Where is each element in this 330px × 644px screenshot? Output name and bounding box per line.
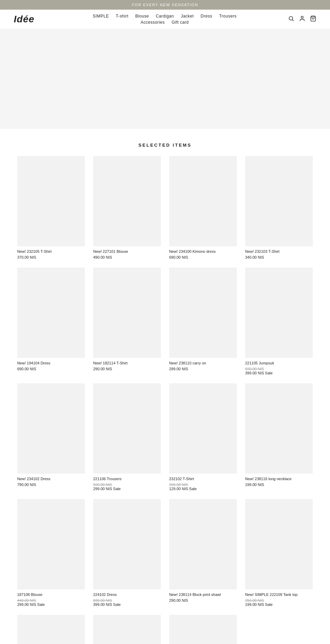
- hero-banner: [0, 29, 330, 129]
- product-name: New! 238110 carry on: [169, 361, 237, 366]
- nav-simple[interactable]: SIMPLE: [93, 14, 109, 19]
- header-actions: [288, 15, 316, 23]
- search-icon[interactable]: [288, 15, 294, 23]
- product-price: 370.00 NIS: [17, 255, 85, 259]
- nav-giftcard[interactable]: Gift card: [172, 20, 189, 25]
- original-price: 290.00 NIS: [169, 483, 188, 487]
- product-image: [17, 268, 85, 358]
- sale-price: 399.00 NIS Sale: [245, 371, 273, 375]
- nav-cardigan[interactable]: Cardigan: [156, 14, 174, 19]
- product-name: New! 234102 Dress: [17, 476, 85, 482]
- product-image: [93, 268, 161, 358]
- nav-blouse[interactable]: Blouse: [135, 14, 149, 19]
- logo[interactable]: Idée: [14, 14, 41, 25]
- product-name: New! 232105 T-Shirt: [17, 249, 85, 254]
- announcement-bar: FOR EVERY NEW SENSATION: [0, 0, 330, 10]
- product-card[interactable]: New! 194104 Dress690.00 NIS: [17, 268, 85, 375]
- product-card[interactable]: New! 238110 carry on299.00 NIS: [169, 268, 237, 375]
- product-card[interactable]: [169, 615, 237, 644]
- original-price: 440.00 NIS: [17, 598, 36, 602]
- product-price: 590.00 NIS299.00 NIS Sale: [93, 483, 161, 491]
- product-card[interactable]: New! 227101 Blouse490.00 NIS: [93, 156, 161, 259]
- sale-price: 399.00 NIS Sale: [93, 602, 121, 607]
- product-price: 690.00 NIS: [169, 255, 237, 259]
- product-price: 199.00 NIS: [245, 483, 313, 487]
- product-name: 221106 Trousers: [93, 476, 161, 482]
- account-icon[interactable]: [299, 15, 305, 23]
- product-image: [169, 615, 237, 644]
- product-card[interactable]: 187108 Blouse440.00 NIS299.00 NIS Sale: [17, 499, 85, 607]
- product-card[interactable]: [93, 615, 161, 644]
- product-image: [17, 383, 85, 474]
- product-image: [93, 156, 161, 246]
- nav-dress[interactable]: Dress: [201, 14, 212, 19]
- product-name: New! 238114 Block print shawl: [169, 592, 237, 597]
- main-nav: SIMPLE T-shirt Blouse Cardigan Jacket Dr…: [41, 14, 288, 25]
- product-card[interactable]: New! 238114 Block print shawl290.00 NIS: [169, 499, 237, 607]
- svg-line-1: [292, 20, 293, 21]
- product-grid: New! 232105 T-Shirt370.00 NISNew! 227101…: [0, 156, 330, 644]
- product-image: [17, 615, 85, 644]
- original-price: 590.00 NIS: [93, 483, 112, 487]
- nav-accessories[interactable]: Accessories: [141, 20, 165, 25]
- product-card[interactable]: New! 232105 T-Shirt370.00 NIS: [17, 156, 85, 259]
- product-price: 690.00 NIS: [17, 367, 85, 371]
- product-name: New! 227101 Blouse: [93, 249, 161, 254]
- original-price: 690.00 NIS: [245, 367, 264, 371]
- product-name: New! 234100 Kimono dress: [169, 249, 237, 254]
- product-price: 690.00 NIS399.00 NIS Sale: [93, 598, 161, 607]
- product-name: 232102 T-Shirt: [169, 476, 237, 482]
- nav-jacket[interactable]: Jacket: [181, 14, 194, 19]
- product-price: 299.00 NIS: [169, 367, 237, 371]
- product-name: 221105 Jumpsuit: [245, 361, 313, 366]
- product-card[interactable]: New! 234102 Dress790.00 NIS: [17, 383, 85, 491]
- product-price: 340.00 NIS: [245, 255, 313, 259]
- product-image: [93, 383, 161, 474]
- product-price: 790.00 NIS: [17, 483, 85, 487]
- product-name: New! SIMPLE 222109 Tank top: [245, 592, 313, 597]
- product-image: [245, 268, 313, 358]
- product-card[interactable]: New! 232103 T-Shirt340.00 NIS: [245, 156, 313, 259]
- product-image: [169, 383, 237, 474]
- product-image: [169, 499, 237, 589]
- product-price: 490.00 NIS: [93, 255, 161, 259]
- cart-icon[interactable]: [310, 15, 316, 23]
- section-title: SELECTED ITEMS: [0, 143, 330, 148]
- product-image: [245, 383, 313, 474]
- sale-price: 299.00 NIS Sale: [17, 602, 45, 607]
- product-price: 290.00 NIS129.00 NIS Sale: [169, 483, 237, 491]
- product-card[interactable]: New! SIMPLE 222109 Tank top250.00 NIS199…: [245, 499, 313, 607]
- product-image: [93, 615, 161, 644]
- product-image: [17, 156, 85, 246]
- product-image: [245, 499, 313, 589]
- product-price: 690.00 NIS399.00 NIS Sale: [245, 367, 313, 375]
- product-card[interactable]: New! 238116 long necklace199.00 NIS: [245, 383, 313, 491]
- product-card[interactable]: [17, 615, 85, 644]
- nav-trousers[interactable]: Trousers: [219, 14, 236, 19]
- product-name: New! 232103 T-Shirt: [245, 249, 313, 254]
- product-card[interactable]: New! 234100 Kimono dress690.00 NIS: [169, 156, 237, 259]
- product-card[interactable]: 232102 T-Shirt290.00 NIS129.00 NIS Sale: [169, 383, 237, 491]
- product-image: [169, 268, 237, 358]
- product-card[interactable]: 221105 Jumpsuit690.00 NIS399.00 NIS Sale: [245, 268, 313, 375]
- product-image: [245, 156, 313, 246]
- announcement-text: FOR EVERY NEW SENSATION: [132, 3, 198, 7]
- product-name: 187108 Blouse: [17, 592, 85, 597]
- header: Idée SIMPLE T-shirt Blouse Cardigan Jack…: [0, 10, 330, 29]
- sale-price: 129.00 NIS Sale: [169, 487, 197, 491]
- svg-point-0: [289, 16, 293, 20]
- product-price: 290.00 NIS: [169, 598, 237, 602]
- original-price: 690.00 NIS: [93, 598, 112, 602]
- product-price: 440.00 NIS299.00 NIS Sale: [17, 598, 85, 607]
- nav-row-1: SIMPLE T-shirt Blouse Cardigan Jacket Dr…: [93, 14, 237, 19]
- product-image: [17, 499, 85, 589]
- product-image: [169, 156, 237, 246]
- product-name: 224102 Dress: [93, 592, 161, 597]
- product-name: New! 238116 long necklace: [245, 476, 313, 482]
- product-card[interactable]: New! 182114 T-Shirt290.00 NIS: [93, 268, 161, 375]
- product-price: 250.00 NIS199.00 NIS Sale: [245, 598, 313, 607]
- nav-tshirt[interactable]: T-shirt: [116, 14, 129, 19]
- product-card[interactable]: 224102 Dress690.00 NIS399.00 NIS Sale: [93, 499, 161, 607]
- product-card[interactable]: 221106 Trousers590.00 NIS299.00 NIS Sale: [93, 383, 161, 491]
- product-name: New! 182114 T-Shirt: [93, 361, 161, 366]
